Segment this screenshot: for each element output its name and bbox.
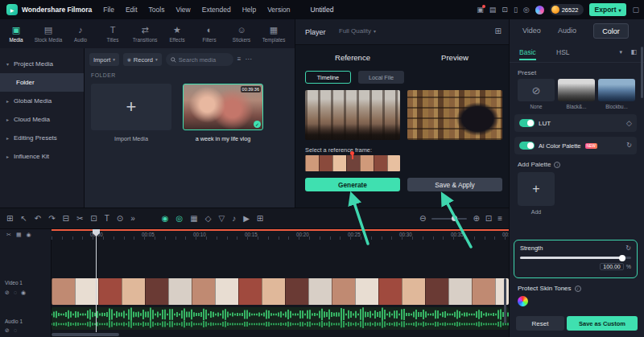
mute-track-icon[interactable]: ◌ (14, 327, 17, 333)
media-clip-thumbnail[interactable]: 00:39:36 ✓ (183, 84, 263, 130)
compare-icon[interactable]: ◧ (630, 49, 637, 55)
panel-scrollbar[interactable] (641, 47, 643, 98)
menu-tools[interactable]: Tools (149, 6, 165, 14)
layout-icon[interactable]: ▢ (632, 6, 639, 14)
marker-icon[interactable]: ▽ (218, 215, 225, 223)
timeline-ruler[interactable]: 00:00 00:05 00:10 00:15 00:20 00:25 00:3… (52, 229, 509, 240)
tracks-vertical-scrollbar[interactable] (504, 278, 506, 323)
reset-button[interactable]: Reset (516, 316, 564, 331)
redo-icon[interactable]: ↷ (48, 215, 55, 223)
strength-slider-thumb[interactable] (619, 255, 625, 261)
mode-hsl-tab[interactable]: HSL (556, 48, 570, 56)
reference-filmstrip[interactable] (305, 155, 400, 171)
record-button[interactable]: ◉Record▾ (123, 53, 162, 66)
lock-track-icon[interactable]: ⊘ (5, 290, 10, 295)
gift-icon[interactable]: ▣ (477, 6, 484, 14)
collapse-chevron-icon[interactable]: ▾ (619, 49, 622, 55)
render-preview-icon[interactable]: ▶ (243, 215, 250, 223)
tab-stock-media[interactable]: ▤Stock Media (32, 19, 64, 48)
shortcuts-icon[interactable]: ▤ (489, 6, 497, 14)
strength-reset-icon[interactable]: ↻ (625, 245, 631, 252)
phone-icon[interactable]: ▯ (514, 6, 518, 14)
strength-slider[interactable] (520, 257, 631, 259)
timeline-horizontal-scrollbar[interactable] (52, 333, 119, 336)
media-menu-icon[interactable]: ⊞ (6, 215, 13, 223)
search-input[interactable] (179, 56, 227, 64)
sidebar-item-editing-presets[interactable]: ▸Editing Presets (0, 129, 84, 147)
menu-view[interactable]: View (175, 6, 190, 14)
delete-icon[interactable]: ⊟ (63, 215, 69, 223)
ai-palette-toggle[interactable] (519, 142, 535, 150)
zoom-slider-thumb[interactable] (452, 216, 457, 221)
crop-icon[interactable]: ⊡ (90, 215, 97, 223)
lut-toggle[interactable] (519, 119, 535, 127)
text-tool-icon[interactable]: T (105, 215, 109, 223)
tab-stickers[interactable]: ☺Stickers (225, 19, 258, 48)
mode-basic-tab[interactable]: Basic (519, 48, 536, 60)
menu-version[interactable]: Version (267, 6, 290, 14)
undo-icon[interactable]: ↶ (35, 215, 41, 223)
menu-edit[interactable]: Edit (126, 6, 138, 14)
voiceover-icon[interactable]: ♪ (232, 215, 236, 223)
tab-timeline-source[interactable]: Timeline (305, 71, 351, 84)
tab-templates[interactable]: ▦Templates (258, 19, 290, 48)
save-as-custom-button[interactable]: Save as Custom (567, 316, 638, 331)
add-palette-tile[interactable]: + (518, 172, 555, 206)
snap-icon[interactable]: ⊞ (257, 215, 263, 223)
mask-tool-icon[interactable]: ◉ (162, 215, 169, 223)
tab-filters[interactable]: ◐Filters (193, 19, 225, 48)
bell-icon[interactable]: ◎ (523, 6, 530, 14)
audio-clip[interactable] (52, 307, 509, 330)
reset-icon[interactable]: ↻ (626, 142, 632, 149)
tab-transitions[interactable]: ⇄Transitions (129, 19, 161, 48)
import-media-tile[interactable]: + (91, 84, 171, 130)
zoom-slider[interactable] (431, 218, 467, 220)
preset-none[interactable]: ⊘ (518, 79, 555, 101)
mute-track-icon[interactable]: ◌ (14, 290, 17, 295)
fit-timeline-icon[interactable]: ⊡ (485, 215, 492, 223)
lock-track-icon[interactable]: ⊘ (5, 327, 10, 333)
tab-effects[interactable]: ★Effects (161, 19, 193, 48)
split-icon[interactable]: ✂ (76, 215, 83, 223)
menu-help[interactable]: Help (242, 6, 256, 14)
sidebar-item-folder[interactable]: Folder (0, 73, 84, 92)
multiview-icon[interactable]: ⊞ (495, 27, 502, 35)
add-track-icon[interactable]: ▦ (16, 232, 22, 237)
coin-balance[interactable]: 26522 (550, 4, 584, 15)
export-button[interactable]: Export ▾ (589, 3, 627, 16)
search-media-box[interactable] (166, 53, 233, 66)
sidebar-item-global-media[interactable]: ▸Global Media (0, 92, 84, 110)
reference-frame-marker[interactable] (350, 151, 354, 155)
menu-extended[interactable]: Extended (202, 6, 231, 14)
tab-local-file-source[interactable]: Local File (358, 71, 404, 84)
import-button[interactable]: Import▾ (89, 53, 119, 66)
tab-titles[interactable]: TTitles (97, 19, 129, 48)
video-clip[interactable] (52, 278, 509, 305)
tab-color[interactable]: Color (593, 23, 629, 39)
playhead[interactable] (96, 229, 97, 332)
quick-split-icon[interactable]: ✂ (6, 232, 11, 237)
vip-badge-icon[interactable] (535, 6, 544, 14)
sidebar-item-influence-kit[interactable]: ▸Influence Kit (0, 147, 84, 166)
menu-file[interactable]: File (103, 6, 114, 14)
display-icon[interactable]: ⊡ (502, 6, 508, 14)
keyframe-icon[interactable]: ◇ (205, 215, 212, 223)
zoom-out-icon[interactable]: ⊖ (419, 215, 426, 223)
more-options-icon[interactable]: ⋯ (245, 56, 251, 63)
zoom-in-icon[interactable]: ⊕ (473, 215, 479, 223)
skin-tone-picker-icon[interactable] (518, 296, 528, 306)
tab-audio[interactable]: Audio (558, 27, 576, 35)
manage-tracks-icon[interactable]: ≡ (497, 215, 502, 223)
sidebar-item-cloud-media[interactable]: ▸Cloud Media (0, 110, 84, 129)
pointer-tool-icon[interactable]: ↖ (20, 215, 27, 223)
chroma-key-icon[interactable]: ◎ (176, 215, 184, 223)
filter-icon[interactable]: ≡ (237, 56, 242, 63)
lut-library-icon[interactable]: ◇ (626, 120, 632, 127)
more-tools-icon[interactable]: » (130, 215, 135, 223)
strength-value[interactable]: 100.00 (600, 263, 623, 270)
hide-track-icon[interactable]: ◉ (21, 290, 26, 295)
preset-blockbuster[interactable] (598, 79, 635, 101)
preview-grid-icon[interactable]: ▦ (190, 215, 197, 223)
target-track-icon[interactable]: ◉ (27, 232, 31, 237)
quality-dropdown[interactable]: Full Quality▾ (339, 27, 376, 35)
